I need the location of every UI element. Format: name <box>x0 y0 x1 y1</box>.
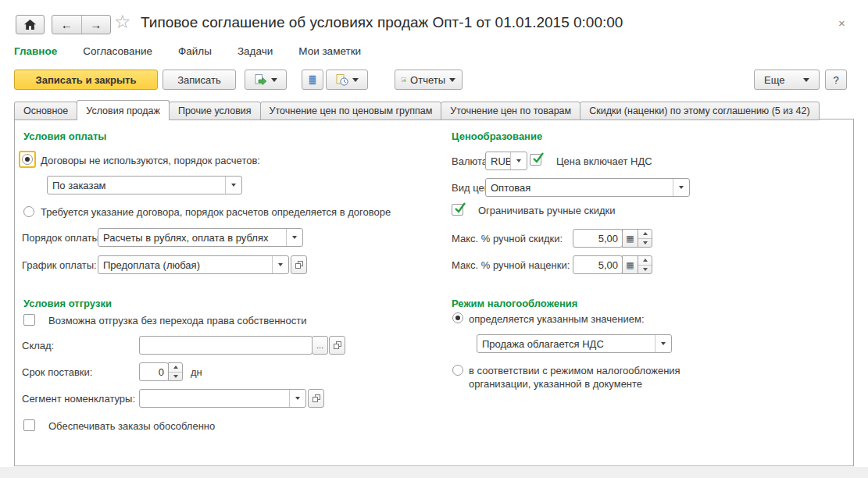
dropdown-arrow-icon <box>449 78 455 82</box>
stepper-down-icon[interactable] <box>638 266 652 274</box>
no-ownership-transfer-checkbox[interactable] <box>23 314 35 326</box>
tax-mode-select[interactable]: Продажа облагается НДС <box>477 334 672 353</box>
section-menu: Главное Согласование Файлы Задачи Мои за… <box>14 45 361 57</box>
open-warehouse-button[interactable] <box>329 336 345 355</box>
stepper-down-icon[interactable] <box>638 239 652 248</box>
ellipsis-icon: ... <box>316 341 323 350</box>
payment-schedule-select[interactable]: Предоплата (любая) <box>98 255 289 274</box>
tab-other-conditions[interactable]: Прочие условия <box>169 102 261 120</box>
save-label: Записать <box>177 74 221 86</box>
delivery-time-stepper[interactable] <box>168 362 183 381</box>
payment-conditions-header: Условия оплаты <box>23 130 106 142</box>
no-contracts-radio-label[interactable]: Договоры не используются, порядок расчет… <box>41 155 260 166</box>
menu-item-files[interactable]: Файлы <box>178 45 212 57</box>
pricing-header: Ценообразование <box>452 130 542 142</box>
open-segment-button[interactable] <box>308 389 324 408</box>
vat-included-label[interactable]: Цена включает НДС <box>556 155 652 167</box>
separate-orders-checkbox[interactable] <box>23 419 35 431</box>
tab-discounts[interactable]: Скидки (наценки) по этому соглашению (5 … <box>580 102 819 120</box>
max-markup-stepper[interactable] <box>638 255 652 274</box>
tab-price-groups-refinement[interactable]: Уточнение цен по ценовым группам <box>260 102 442 120</box>
report-icon <box>402 74 406 85</box>
delivery-time-unit: дн <box>191 366 202 378</box>
change-history-button[interactable] <box>326 70 368 90</box>
save-button[interactable]: Записать <box>163 70 236 90</box>
back-button[interactable]: ← <box>52 16 82 34</box>
dropdown-arrow-icon <box>352 78 359 82</box>
tab-goods-price-refinement[interactable]: Уточнение цен по товарам <box>441 102 580 120</box>
stepper-up-icon[interactable] <box>169 363 182 373</box>
open-icon <box>312 394 321 403</box>
stepper-up-icon[interactable] <box>638 256 652 266</box>
max-markup-calculator-button[interactable]: ▦ <box>622 255 638 274</box>
forward-button[interactable]: → <box>82 16 111 34</box>
dropdown-arrow-icon[interactable] <box>289 390 305 407</box>
dropdown-arrow-icon[interactable] <box>673 179 689 196</box>
tax-by-value-radio-label[interactable]: определяется указанным значением: <box>469 313 645 325</box>
segment-select[interactable] <box>139 389 306 408</box>
tax-by-org-radio-label[interactable]: в соответствии с режимом налогообложения… <box>469 364 699 391</box>
tax-by-org-radio[interactable] <box>452 365 463 376</box>
document-window: ← → ☆ Типовое соглашение об условиях про… <box>0 0 868 478</box>
favorite-star-icon[interactable]: ☆ <box>114 11 131 33</box>
dropdown-arrow-icon[interactable] <box>510 152 527 169</box>
warehouse-choose-button[interactable]: ... <box>312 336 328 355</box>
settlement-order-select[interactable]: По заказам <box>47 176 242 194</box>
max-discount-stepper[interactable] <box>638 229 652 248</box>
separate-orders-label[interactable]: Обеспечивать заказы обособленно <box>48 420 215 432</box>
price-type-select[interactable]: Оптовая <box>485 178 690 197</box>
vat-included-checkbox[interactable] <box>530 154 541 166</box>
create-based-on-button[interactable] <box>245 70 287 90</box>
more-label: Еще <box>764 74 784 86</box>
structure-of-subordination-button[interactable] <box>302 70 323 90</box>
close-icon[interactable]: × <box>838 16 845 30</box>
tax-by-value-radio[interactable] <box>452 312 463 323</box>
max-discount-input[interactable]: 5,00 <box>573 229 623 248</box>
help-label: ? <box>833 74 838 86</box>
contract-required-radio-label[interactable]: Требуется указание договора, порядок рас… <box>41 206 391 218</box>
limit-manual-discounts-label[interactable]: Ограничивать ручные скидки <box>478 205 616 216</box>
payment-schedule-value: Предоплата (любая) <box>98 259 272 271</box>
stepper-up-icon[interactable] <box>638 230 652 239</box>
payment-schedule-label: График оплаты: <box>22 259 97 271</box>
limit-manual-discounts-checkbox[interactable] <box>452 204 463 216</box>
home-icon <box>24 20 36 30</box>
tab-sales-conditions[interactable]: Условия продаж <box>77 100 170 120</box>
save-and-close-button[interactable]: Записать и закрыть <box>14 70 158 90</box>
no-ownership-transfer-label[interactable]: Возможна отгрузка без перехода права соб… <box>48 315 306 326</box>
currency-select[interactable]: RUB <box>485 152 527 170</box>
warehouse-label: Склад: <box>22 340 54 351</box>
warehouse-input[interactable] <box>139 336 313 355</box>
delivery-time-input[interactable]: 0 <box>139 362 169 381</box>
help-button[interactable]: ? <box>825 70 847 90</box>
menu-item-main[interactable]: Главное <box>14 45 57 57</box>
checkmark-icon <box>530 151 545 166</box>
max-markup-input[interactable]: 5,00 <box>573 255 623 274</box>
open-payment-schedule-button[interactable] <box>291 255 307 274</box>
more-button[interactable]: Еще <box>754 70 820 90</box>
structure-icon <box>309 74 316 86</box>
open-icon <box>295 260 304 269</box>
calculator-icon: ▦ <box>626 234 634 244</box>
open-icon <box>333 341 342 350</box>
max-markup-label: Макс. % ручной наценки: <box>452 259 570 271</box>
reports-button[interactable]: Отчеты <box>395 70 463 90</box>
calculator-icon: ▦ <box>626 260 634 270</box>
menu-item-notes[interactable]: Мои заметки <box>298 45 361 57</box>
payment-order-value: Расчеты в рублях, оплата в рублях <box>98 232 286 244</box>
menu-item-approval[interactable]: Согласование <box>83 45 152 57</box>
page-title: Типовое соглашение об условиях продаж Оп… <box>141 14 623 31</box>
contract-required-radio[interactable] <box>23 206 34 217</box>
dropdown-arrow-icon[interactable] <box>655 335 671 352</box>
dropdown-arrow-icon[interactable] <box>286 229 302 246</box>
menu-item-tasks[interactable]: Задачи <box>238 45 273 57</box>
no-contracts-radio[interactable] <box>22 154 33 165</box>
payment-order-select[interactable]: Расчеты в рублях, оплата в рублях <box>98 228 303 247</box>
dropdown-arrow-icon[interactable] <box>272 256 288 273</box>
stepper-down-icon[interactable] <box>169 373 182 381</box>
payment-order-label: Порядок оплаты: <box>22 232 102 244</box>
max-discount-calculator-button[interactable]: ▦ <box>622 229 638 248</box>
home-button[interactable] <box>16 15 45 34</box>
dropdown-arrow-icon[interactable] <box>225 177 241 194</box>
tab-main[interactable]: Основное <box>14 102 77 120</box>
